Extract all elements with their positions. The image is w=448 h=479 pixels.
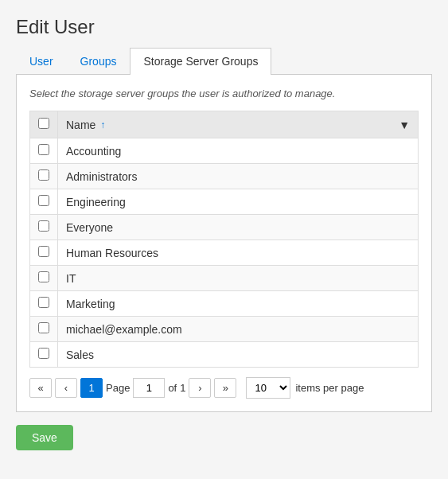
row-name-cell: IT <box>58 266 419 291</box>
select-all-checkbox[interactable] <box>38 118 49 129</box>
table-row: Accounting <box>30 138 419 164</box>
total-pages: 1 <box>180 382 185 394</box>
table-row: Everyone <box>30 215 419 240</box>
row-checkbox-5[interactable] <box>38 246 49 257</box>
row-name-cell: Accounting <box>58 138 419 164</box>
filter-icon[interactable]: ▼ <box>399 119 410 131</box>
row-name-cell: Sales <box>58 342 419 368</box>
name-column-label: Name <box>66 119 95 131</box>
items-per-page-container: 10 25 50 100 items per page <box>246 377 364 399</box>
row-name-cell: michael@example.com <box>58 317 419 342</box>
table-row: Engineering <box>30 189 419 215</box>
table-row: Marketing <box>30 291 419 317</box>
row-checkbox-cell <box>30 342 58 368</box>
row-checkbox-cell <box>30 164 58 189</box>
row-checkbox-cell <box>30 317 58 342</box>
page-number-input[interactable] <box>133 378 165 398</box>
page-title: Edit User <box>16 16 432 38</box>
tab-bar: User Groups Storage Server Groups <box>16 48 432 75</box>
row-checkbox-1[interactable] <box>38 144 49 155</box>
pagination: « ‹ 1 Page of 1 › » 10 25 50 100 items p… <box>29 377 419 399</box>
table-row: IT <box>30 266 419 291</box>
groups-table: Name ↑ ▼ Accounting Administrators <box>29 111 419 368</box>
row-checkbox-cell <box>30 291 58 317</box>
row-name-cell: Administrators <box>58 164 419 189</box>
row-checkbox-cell <box>30 189 58 215</box>
prev-page-button[interactable]: ‹ <box>55 378 77 398</box>
row-name-cell: Engineering <box>58 189 419 215</box>
row-checkbox-9[interactable] <box>38 348 49 359</box>
save-button[interactable]: Save <box>16 425 73 450</box>
items-per-page-label: items per page <box>295 382 364 394</box>
row-checkbox-2[interactable] <box>38 169 49 181</box>
select-all-header <box>30 111 58 138</box>
table-row: Human Resources <box>30 240 419 266</box>
row-checkbox-3[interactable] <box>38 195 49 206</box>
row-checkbox-cell <box>30 215 58 240</box>
first-page-button[interactable]: « <box>29 378 52 398</box>
row-checkbox-7[interactable] <box>38 297 49 308</box>
name-column-header: Name ↑ ▼ <box>58 111 419 138</box>
row-checkbox-8[interactable] <box>38 322 49 333</box>
last-page-button[interactable]: » <box>214 378 236 398</box>
row-name-cell: Marketing <box>58 291 419 317</box>
row-checkbox-cell <box>30 138 58 164</box>
items-per-page-select[interactable]: 10 25 50 100 <box>246 377 290 399</box>
row-name-cell: Human Resources <box>58 240 419 266</box>
row-checkbox-4[interactable] <box>38 220 49 232</box>
tab-description: Select the storage server groups the use… <box>29 88 419 99</box>
of-label: of <box>168 382 177 394</box>
tab-storage-server-groups[interactable]: Storage Server Groups <box>130 48 271 75</box>
tab-user[interactable]: User <box>16 48 67 74</box>
tab-content: Select the storage server groups the use… <box>16 75 432 412</box>
row-checkbox-cell <box>30 240 58 266</box>
tab-groups[interactable]: Groups <box>67 48 131 74</box>
page-label: Page <box>106 382 130 394</box>
sort-ascending-icon[interactable]: ↑ <box>100 119 105 130</box>
table-row: Sales <box>30 342 419 368</box>
next-page-button[interactable]: › <box>189 378 211 398</box>
table-row: michael@example.com <box>30 317 419 342</box>
table-row: Administrators <box>30 164 419 189</box>
row-name-cell: Everyone <box>58 215 419 240</box>
row-checkbox-cell <box>30 266 58 291</box>
current-page-button[interactable]: 1 <box>80 378 103 398</box>
row-checkbox-6[interactable] <box>38 271 49 282</box>
